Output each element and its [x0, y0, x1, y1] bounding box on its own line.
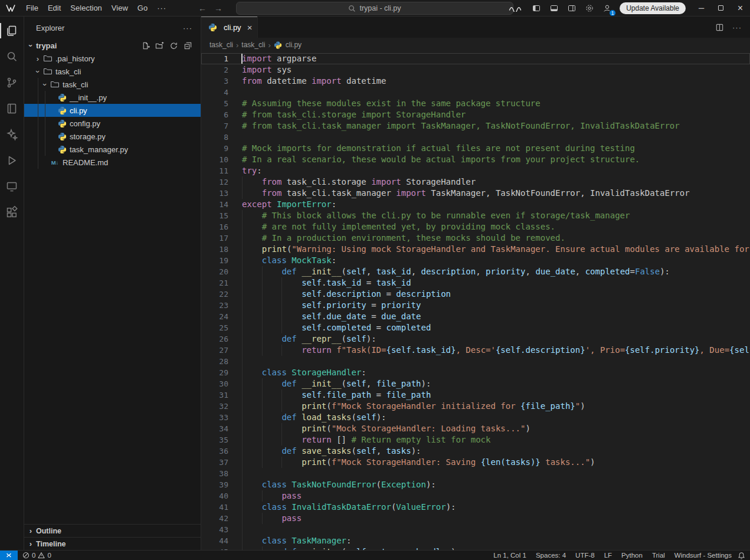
section-timeline[interactable]: ›Timeline	[24, 537, 201, 550]
code-line[interactable]: 44 class TaskManager:	[201, 535, 750, 546]
code-line[interactable]: 23 self.priority = priority	[201, 300, 750, 311]
code-line[interactable]: 36 def save_tasks(self, tasks):	[201, 446, 750, 457]
status-item-lf[interactable]: LF	[600, 552, 617, 559]
new-folder-icon[interactable]	[155, 41, 164, 50]
toggle-secondary-sidebar-icon[interactable]	[565, 2, 578, 15]
tree-item-README.md[interactable]: M↓README.md	[24, 156, 201, 169]
code-line[interactable]: 42 pass	[201, 513, 750, 524]
activity-source-control[interactable]	[0, 70, 24, 96]
code-line[interactable]: 45 def __init__(self, storage_handler):	[201, 546, 750, 550]
code-line[interactable]: 24 self.due_date = due_date	[201, 311, 750, 322]
code-line[interactable]: 16 # are not fully implemented yet, by p…	[201, 221, 750, 232]
activity-extensions[interactable]	[0, 199, 24, 225]
menu-view[interactable]: View	[107, 2, 133, 14]
code-line[interactable]: 29 class StorageHandler:	[201, 367, 750, 378]
code-line[interactable]: 22 self.description = description	[201, 289, 750, 300]
account-icon[interactable]: 1	[601, 2, 614, 15]
toggle-panel-icon[interactable]	[548, 2, 561, 15]
update-available-button[interactable]: Update Available	[620, 2, 686, 14]
code-line[interactable]: 5# Assuming these modules exist in the s…	[201, 98, 750, 109]
code-line[interactable]: 31 self.file_path = file_path	[201, 389, 750, 401]
activity-search[interactable]	[0, 44, 24, 70]
code-line[interactable]: 19 class MockTask:	[201, 255, 750, 266]
tree-item-config.py[interactable]: config.py	[24, 117, 201, 130]
code-line[interactable]: 35 return [] # Return empty list for moc…	[201, 434, 750, 446]
code-line[interactable]: 7# from task_cli.task_manager import Tas…	[201, 120, 750, 132]
more-menu-button[interactable]: ···	[152, 2, 171, 14]
explorer-more-actions-icon[interactable]: ···	[183, 24, 192, 32]
menu-file[interactable]: File	[21, 2, 43, 14]
settings-gear-icon[interactable]	[583, 2, 596, 15]
problems-indicator[interactable]: 0 0	[18, 552, 56, 559]
code-line[interactable]: 21 self.task_id = task_id	[201, 277, 750, 289]
code-line[interactable]: 41 class InvalidTaskDataError(ValueError…	[201, 502, 750, 513]
code-line[interactable]: 33 def load_tasks(self):	[201, 412, 750, 423]
code-line[interactable]: 14except ImportError:	[201, 199, 750, 210]
tree-root-folder[interactable]: › trypai	[24, 39, 201, 52]
tree-item-task_manager.py[interactable]: task_manager.py	[24, 143, 201, 156]
code-line[interactable]: 12 from task_cli.storage import StorageH…	[201, 176, 750, 188]
refresh-icon[interactable]	[169, 41, 178, 50]
activity-remote-explorer[interactable]	[0, 173, 24, 199]
code-line[interactable]: 39 class TaskNotFoundError(Exception):	[201, 479, 750, 490]
tree-item-task_cli[interactable]: ›task_cli	[24, 65, 201, 78]
editor-more-actions-icon[interactable]: ···	[732, 23, 742, 32]
tree-item-task_cli[interactable]: ›task_cli	[24, 78, 201, 91]
code-line[interactable]: 13 from task_cli.task_manager import Tas…	[201, 188, 750, 199]
code-line[interactable]: 8	[201, 132, 750, 143]
code-line[interactable]: 18 print("Warning: Using mock StorageHan…	[201, 244, 750, 255]
status-item-spaces-4[interactable]: Spaces: 4	[531, 552, 571, 559]
minimize-button[interactable]: ─	[692, 0, 711, 16]
code-line[interactable]: 1import argparse	[201, 53, 750, 64]
code-line[interactable]: 20 def __init__(self, task_id, descripti…	[201, 266, 750, 277]
notifications-bell-icon[interactable]	[736, 552, 750, 559]
tree-item-cli.py[interactable]: cli.py	[24, 104, 201, 117]
code-line[interactable]: 10# In a real scenario, these would be a…	[201, 154, 750, 165]
menu-go[interactable]: Go	[133, 2, 152, 14]
code-line[interactable]: 6# from task_cli.storage import StorageH…	[201, 109, 750, 120]
code-line[interactable]: 40 pass	[201, 490, 750, 502]
status-item-ln-1-col-1[interactable]: Ln 1, Col 1	[489, 552, 531, 559]
code-line[interactable]: 9# Mock imports for demonstration if act…	[201, 143, 750, 154]
code-line[interactable]: 27 return f"Task(ID={self.task_id}, Desc…	[201, 345, 750, 356]
code-line[interactable]: 26 def __repr__(self):	[201, 333, 750, 345]
tree-item-.pai_history[interactable]: ›.pai_history	[24, 52, 201, 65]
activity-explorer[interactable]	[0, 18, 24, 44]
activity-run-debug[interactable]	[0, 148, 24, 173]
close-window-button[interactable]: ×	[731, 0, 750, 16]
code-area[interactable]: 1import argparse2import sys3from datetim…	[201, 52, 750, 550]
code-line[interactable]: 4	[201, 87, 750, 98]
section-outline[interactable]: ›Outline	[24, 524, 201, 537]
code-line[interactable]: 32 print(f"Mock StorageHandler initializ…	[201, 401, 750, 412]
code-line[interactable]: 2import sys	[201, 64, 750, 76]
code-line[interactable]: 37 print(f"Mock StorageHandler: Saving {…	[201, 457, 750, 468]
forward-button[interactable]: →	[214, 4, 222, 13]
status-item-python[interactable]: Python	[617, 552, 647, 559]
remote-indicator[interactable]	[0, 551, 18, 560]
breadcrumb-item[interactable]: task_cli	[209, 41, 233, 49]
breadcrumb-item[interactable]: cli.py	[286, 41, 302, 49]
tab-cli-py[interactable]: cli.py ×	[201, 17, 258, 38]
command-center-search[interactable]: trypai - cli.py	[236, 2, 513, 15]
menu-edit[interactable]: Edit	[43, 2, 65, 14]
menu-selection[interactable]: Selection	[65, 2, 106, 14]
code-line[interactable]: 30 def __init__(self, file_path):	[201, 378, 750, 389]
code-line[interactable]: 25 self.completed = completed	[201, 322, 750, 333]
code-line[interactable]: 34 print("Mock StorageHandler: Loading t…	[201, 423, 750, 434]
code-line[interactable]: 43	[201, 524, 750, 535]
collapse-folders-icon[interactable]	[184, 41, 192, 50]
back-button[interactable]: ←	[198, 4, 207, 13]
code-line[interactable]: 3from datetime import datetime	[201, 76, 750, 87]
code-line[interactable]: 38	[201, 468, 750, 479]
code-line[interactable]: 15 # This block allows the cli.py to be …	[201, 210, 750, 221]
split-editor-icon[interactable]	[715, 23, 724, 32]
status-item-windsurf-settings[interactable]: Windsurf - Settings	[670, 552, 736, 559]
breadcrumb-item[interactable]: task_cli	[241, 41, 265, 49]
code-line[interactable]: 17 # In a production environment, these …	[201, 232, 750, 244]
status-item-utf-8[interactable]: UTF-8	[571, 552, 600, 559]
activity-library[interactable]	[0, 96, 24, 122]
close-tab-icon[interactable]: ×	[247, 23, 253, 32]
tree-item-storage.py[interactable]: storage.py	[24, 130, 201, 143]
toggle-primary-sidebar-icon[interactable]	[530, 2, 543, 15]
tree-item-__init__.py[interactable]: __init__.py	[24, 91, 201, 104]
